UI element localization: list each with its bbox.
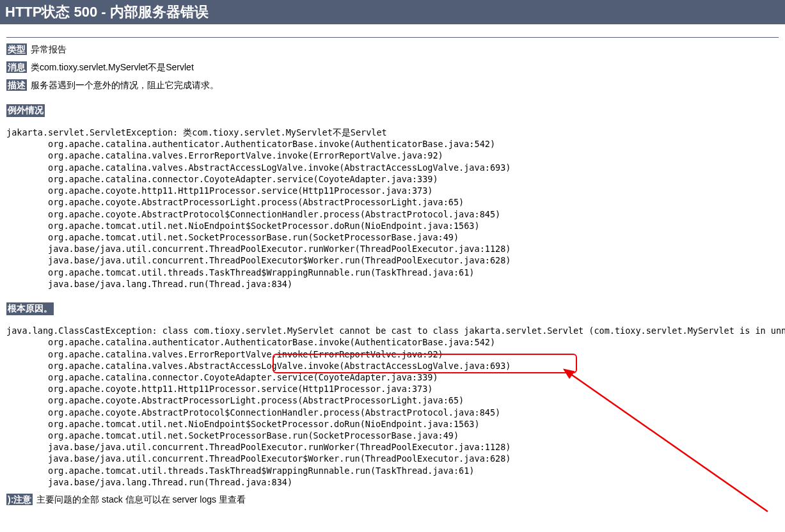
- message-row: 消息 类com.tioxy.servlet.MyServlet不是Servlet: [6, 62, 779, 74]
- type-value: 异常报告: [31, 44, 67, 54]
- description-value: 服务器遇到一个意外的情况，阻止它完成请求。: [31, 80, 219, 90]
- exception-stack-trace: jakarta.servlet.ServletException: 类com.t…: [6, 127, 779, 290]
- note-label: ):注意: [6, 494, 33, 505]
- description-row: 描述 服务器遇到一个意外的情况，阻止它完成请求。: [6, 80, 779, 91]
- type-label: 类型: [6, 43, 27, 55]
- note-row: ):注意 主要问题的全部 stack 信息可以在 server logs 里查看: [6, 494, 779, 506]
- message-value: 类com.tioxy.servlet.MyServlet不是Servlet: [31, 62, 194, 72]
- divider: [6, 37, 779, 38]
- message-label: 消息: [6, 61, 27, 73]
- type-row: 类型 异常报告: [6, 44, 779, 56]
- root-cause-stack-trace: java.lang.ClassCastException: class com.…: [6, 325, 779, 488]
- exception-heading: 例外情况: [6, 104, 45, 117]
- page-title: HTTP状态 500 - 内部服务器错误: [0, 0, 785, 24]
- description-label: 描述: [6, 79, 27, 91]
- note-value: 主要问题的全部 stack 信息可以在 server logs 里查看: [36, 494, 246, 505]
- root-cause-heading: 根本原因。: [6, 302, 54, 315]
